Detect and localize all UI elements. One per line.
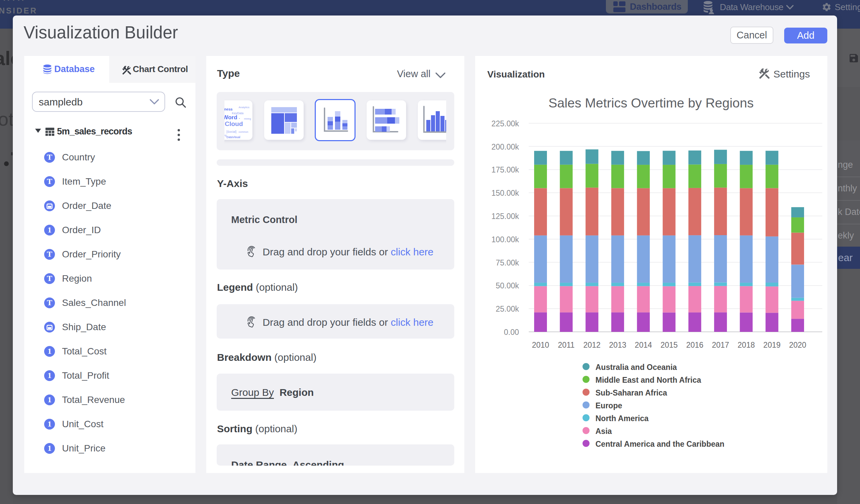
svg-text:2020: 2020 [789,341,806,349]
svg-text:2013: 2013 [609,341,626,349]
svg-text:2012: 2012 [583,341,601,349]
svg-text:175.00k: 175.00k [491,165,519,174]
svg-text:Australia and Oceania: Australia and Oceania [596,363,677,372]
svg-text:2017: 2017 [712,341,729,349]
svg-text:150.00k: 150.00k [491,189,519,198]
svg-text:Europe: Europe [596,401,622,410]
svg-text:2010: 2010 [532,341,549,349]
svg-text:25.00k: 25.00k [496,305,519,313]
svg-text:Asia: Asia [596,427,612,436]
svg-text:2019: 2019 [763,341,780,349]
svg-text:North America: North America [596,414,649,423]
svg-text:2015: 2015 [660,341,678,349]
svg-text:2018: 2018 [738,341,755,349]
svg-text:100.00k: 100.00k [491,235,519,244]
svg-text:2014: 2014 [635,341,652,349]
svg-text:Sales Metrics Overtime by Regi: Sales Metrics Overtime by Regions [548,96,754,110]
svg-text:125.00k: 125.00k [491,212,519,221]
svg-text:200.00k: 200.00k [491,143,519,151]
svg-text:2011: 2011 [558,341,575,349]
svg-text:75.00k: 75.00k [496,258,519,267]
svg-text:Central America and the Caribb: Central America and the Caribbean [596,440,725,448]
svg-text:Middle East and North Africa: Middle East and North Africa [596,376,701,385]
svg-text:2016: 2016 [686,341,703,349]
svg-text:50.00k: 50.00k [496,281,519,290]
svg-text:225.00k: 225.00k [491,119,519,128]
svg-text:Sub-Saharan Africa: Sub-Saharan Africa [596,388,667,397]
svg-text:0.00: 0.00 [504,328,519,336]
